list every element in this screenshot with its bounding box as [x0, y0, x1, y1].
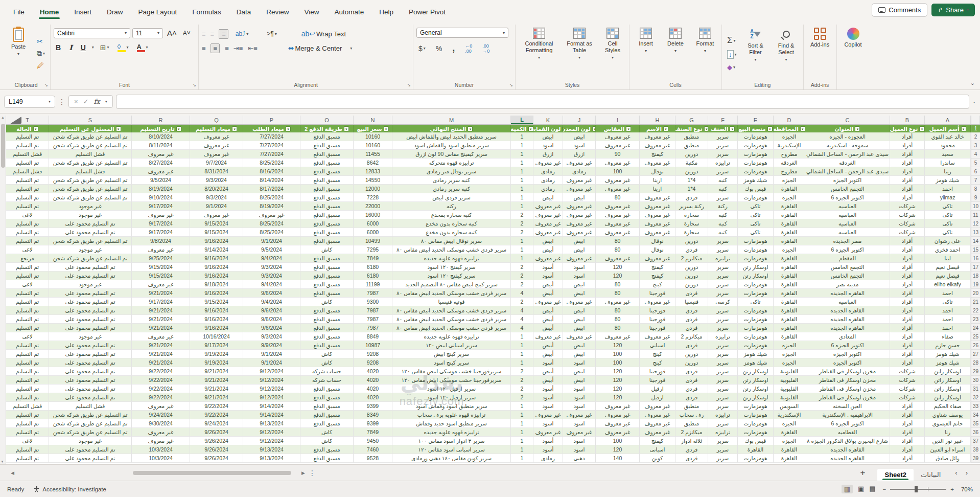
cell[interactable]: 9/22/2024	[190, 411, 243, 419]
cell[interactable]: ميكانزم 2	[675, 428, 708, 437]
row-header[interactable]: 6	[971, 167, 980, 176]
cell[interactable]: يوسف شناوى	[925, 411, 971, 419]
cell[interactable]: رمادى	[533, 185, 563, 193]
cell[interactable]: شركات	[890, 367, 925, 376]
zoom-out-button[interactable]: −	[883, 486, 886, 492]
column-header-A[interactable]: A	[925, 116, 971, 124]
row-header[interactable]: 35	[971, 419, 980, 428]
cell[interactable]: هومزمارت	[738, 419, 774, 428]
cell[interactable]: القاهره الجديده	[805, 315, 890, 324]
cell[interactable]: اكتوبر الجيزه	[805, 358, 890, 367]
cell[interactable]: غير معروف	[640, 402, 675, 411]
cell[interactable]: سرير	[708, 167, 738, 176]
cell[interactable]: شركات	[890, 219, 925, 228]
cell[interactable]: التجمع الخامس	[805, 185, 890, 193]
cell[interactable]: تم التسليم عن طريق شركه شحن	[49, 141, 132, 150]
cell[interactable]: وائل صادق	[925, 454, 971, 463]
cell[interactable]: ارفيل	[640, 385, 675, 393]
cell[interactable]: اسود	[563, 272, 596, 280]
cell[interactable]: أسود	[533, 263, 563, 272]
row-header[interactable]: 8	[971, 185, 980, 193]
table-header-cell[interactable]: ▾تاريخ التسليم	[132, 125, 190, 132]
cell[interactable]: ellho elkafy	[925, 280, 971, 289]
cell[interactable]: القطاميه	[805, 428, 890, 437]
cell[interactable]: 1	[511, 428, 533, 437]
cell[interactable]: كوين	[640, 454, 675, 463]
cell[interactable]: تم التسليم	[6, 289, 49, 298]
cell[interactable]: مسبق الدفع	[300, 393, 354, 402]
cell[interactable]: مسبق الدفع	[300, 445, 354, 454]
cell[interactable]: تم التسليم	[6, 376, 49, 385]
cell[interactable]: 9/12/2024	[243, 428, 300, 437]
cell[interactable]: تم التسليم	[6, 228, 49, 237]
cell[interactable]: 80	[596, 193, 640, 202]
cell[interactable]: اكتوبر الجيزه 6	[805, 341, 890, 350]
cell[interactable]: 1	[511, 176, 533, 185]
cell[interactable]: غير معروف	[640, 332, 675, 341]
row-header[interactable]: 13	[971, 228, 980, 237]
cell[interactable]: أبيض	[533, 376, 563, 385]
row-header[interactable]: 22	[971, 306, 980, 315]
table-header-cell[interactable]: ▾العنوان	[805, 125, 890, 132]
column-header-I[interactable]: I	[596, 116, 640, 124]
cell[interactable]: ساندرا	[925, 159, 971, 167]
cell[interactable]: شيك هومز	[925, 350, 971, 358]
cell[interactable]: تم التسليم	[6, 454, 49, 463]
cell[interactable]: فيس بوك	[738, 185, 774, 193]
cell[interactable]: سعيد	[925, 150, 971, 159]
cell[interactable]: 16000	[354, 211, 392, 219]
cell[interactable]: 9/13/2024	[243, 454, 300, 463]
cell[interactable]: هومزمارت	[738, 289, 774, 298]
cell[interactable]: فردى	[675, 245, 708, 254]
cell[interactable]: شركات	[890, 376, 925, 385]
cell[interactable]: سرير كوين مقاس ١٤٠ دهبى ورمادى	[392, 454, 511, 463]
cell[interactable]: اسبانى	[640, 341, 675, 350]
cell[interactable]: غير معروف	[563, 159, 596, 167]
cell[interactable]: كينج	[640, 350, 675, 358]
align-left-button[interactable]: ≡	[202, 44, 205, 52]
cell[interactable]: 1	[511, 454, 533, 463]
font-color-button[interactable]: A▾	[135, 42, 150, 53]
cell[interactable]: اوسكار راتن	[925, 393, 971, 402]
cell[interactable]: 8849	[354, 332, 392, 341]
cell[interactable]: تم التسليم عن طريق شركه شحن	[49, 419, 132, 428]
cell[interactable]: هومزمارت	[738, 254, 774, 263]
cell[interactable]: تم التسليم محمود على	[49, 393, 132, 402]
cell[interactable]: غير موجود	[49, 437, 132, 445]
cell[interactable]: 9/26/2024	[190, 437, 243, 445]
cell[interactable]: غير معروف	[563, 202, 596, 211]
cell[interactable]: 9/15/2024	[132, 263, 190, 272]
increase-font-button[interactable]: A˄	[165, 28, 179, 38]
cell[interactable]: تم التسليم محمود على	[49, 298, 132, 306]
cell[interactable]: تم التسليم	[6, 367, 49, 376]
paste-button[interactable]: Paste ▾	[5, 26, 32, 81]
cell[interactable]: فوتيه فنيسيا	[392, 298, 511, 306]
fill-button[interactable]: ↓▾	[725, 49, 739, 60]
cell[interactable]: 9/21/2024	[132, 341, 190, 350]
cell[interactable]: 9/21/2024	[190, 385, 243, 393]
cell[interactable]: 1	[511, 350, 533, 358]
column-header-P[interactable]: P	[243, 116, 300, 124]
cell[interactable]: ابيض	[563, 315, 596, 324]
cell[interactable]: 9/22/2024	[132, 393, 190, 402]
cell[interactable]: كنبه سحاره بدون مخدع	[392, 228, 511, 237]
align-right-button[interactable]: ≡	[225, 44, 228, 52]
cell[interactable]: 9/26/2024	[190, 445, 243, 454]
cell[interactable]: تاكى	[925, 219, 971, 228]
cell[interactable]: حسن حازم	[925, 341, 971, 350]
cell[interactable]: سرير	[708, 132, 738, 141]
decrease-decimal-button[interactable]: .00→0	[480, 42, 492, 55]
cell[interactable]: اسود	[563, 437, 596, 445]
cell[interactable]: 80	[596, 324, 640, 332]
cell[interactable]: سرير	[708, 289, 738, 298]
cell[interactable]: 9/17/2024	[132, 202, 190, 211]
cell[interactable]: التجمع الخامس	[805, 272, 890, 280]
cell[interactable]: تاكى	[925, 211, 971, 219]
cell[interactable]: 4	[511, 324, 533, 332]
cell[interactable]: غير معروف	[563, 176, 596, 185]
cell[interactable]: أفراد	[890, 254, 925, 263]
ribbon-tab-review[interactable]: Review	[260, 3, 295, 20]
cell[interactable]: سرير	[708, 272, 738, 280]
cell[interactable]: أفراد	[890, 419, 925, 428]
cell[interactable]: 9208	[354, 350, 392, 358]
